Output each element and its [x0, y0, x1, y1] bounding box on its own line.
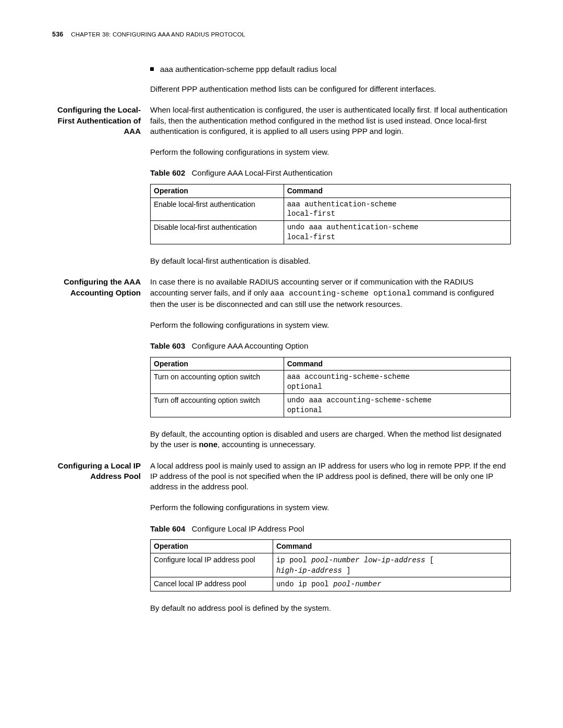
table-row: Turn on accounting option switch aaa acc… — [151, 371, 511, 394]
bullet-item: aaa authentication-scheme ppp default ra… — [150, 64, 511, 75]
table-label: Table 602 — [150, 168, 185, 177]
para: By default, the accounting option is dis… — [150, 429, 511, 450]
cell-operation: Turn on accounting option switch — [151, 371, 284, 394]
table-row: Turn off accounting option switch undo a… — [151, 394, 511, 417]
th-command: Command — [273, 539, 510, 553]
th-operation: Operation — [151, 357, 284, 371]
table-row: Enable local-first authentication aaa au… — [151, 198, 511, 221]
section-heading: Configuring the Local-First Authenticati… — [52, 105, 141, 137]
section-accounting: Configuring the AAA Accounting Option In… — [52, 277, 511, 460]
section-heading: Configuring the AAA Accounting Option — [52, 277, 141, 298]
th-operation: Operation — [151, 539, 273, 553]
table-row: Configure local IP address pool ip pool … — [151, 553, 511, 577]
table-title: Configure AAA Accounting Option — [192, 341, 308, 350]
cell-command: aaa authentication-scheme local-first — [284, 198, 510, 221]
para: By default local-first authentication is… — [150, 256, 511, 266]
th-command: Command — [284, 184, 510, 198]
intro-para: Different PPP authentication method list… — [150, 84, 511, 94]
table-caption: Table 603 Configure AAA Accounting Optio… — [150, 341, 511, 351]
table-label: Table 604 — [150, 524, 185, 533]
para: A local address pool is mainly used to a… — [150, 461, 511, 492]
section-local-first: Configuring the Local-First Authenticati… — [52, 105, 511, 277]
section-ip-pool: Configuring a Local IP Address Pool A lo… — [52, 461, 511, 614]
intro-body: aaa authentication-scheme ppp default ra… — [150, 64, 511, 105]
cell-command: undo aaa authentication-scheme local-fir… — [284, 221, 510, 244]
cell-command: ip pool pool-number low-ip-address [ hig… — [273, 553, 510, 577]
table-title: Configure Local IP Address Pool — [192, 524, 304, 533]
chapter-title: CHAPTER 38: CONFIGURING AAA AND RADIUS P… — [71, 31, 245, 38]
table-accounting: Operation Command Turn on accounting opt… — [150, 357, 511, 417]
para: By default no address pool is defined by… — [150, 603, 511, 613]
cell-operation: Configure local IP address pool — [151, 553, 273, 577]
section-body: A local address pool is mainly used to a… — [150, 461, 511, 614]
para: Perform the following configurations in … — [150, 320, 511, 330]
table-ip-pool: Operation Command Configure local IP add… — [150, 539, 511, 592]
section-body: When local-first authentication is confi… — [150, 105, 511, 277]
section-heading: Configuring a Local IP Address Pool — [52, 461, 141, 482]
para: Perform the following configurations in … — [150, 502, 511, 513]
table-row: Disable local-first authentication undo … — [151, 221, 511, 244]
th-operation: Operation — [151, 184, 284, 198]
para: In case there is no available RADIUS acc… — [150, 277, 511, 310]
cell-command: aaa accounting-scheme-scheme optional — [284, 371, 510, 394]
inline-code: aaa accounting-scheme optional — [270, 289, 411, 298]
bullet-icon — [150, 67, 154, 71]
intro-block: aaa authentication-scheme ppp default ra… — [52, 64, 511, 105]
table-label: Table 603 — [150, 341, 185, 350]
cell-operation: Enable local-first authentication — [151, 198, 284, 221]
para: When local-first authentication is confi… — [150, 105, 511, 137]
cell-command: undo aaa accounting-scheme-scheme option… — [284, 394, 510, 417]
table-row: Cancel local IP address pool undo ip poo… — [151, 577, 511, 591]
page-number: 536 — [52, 31, 63, 38]
section-body: In case there is no available RADIUS acc… — [150, 277, 511, 460]
cell-operation: Turn off accounting option switch — [151, 394, 284, 417]
cell-operation: Disable local-first authentication — [151, 221, 284, 244]
cell-command: undo ip pool pool-number — [273, 577, 510, 591]
table-title: Configure AAA Local-First Authentication — [192, 168, 333, 177]
cell-operation: Cancel local IP address pool — [151, 577, 273, 591]
running-header: 536 CHAPTER 38: CONFIGURING AAA AND RADI… — [52, 30, 511, 39]
table-local-first: Operation Command Enable local-first aut… — [150, 184, 511, 244]
bold-none: none — [199, 440, 217, 449]
page: 536 CHAPTER 38: CONFIGURING AAA AND RADI… — [0, 0, 563, 635]
table-caption: Table 604 Configure Local IP Address Poo… — [150, 524, 511, 534]
para: Perform the following configurations in … — [150, 147, 511, 157]
bullet-text: aaa authentication-scheme ppp default ra… — [160, 64, 337, 75]
th-command: Command — [284, 357, 510, 371]
table-caption: Table 602 Configure AAA Local-First Auth… — [150, 168, 511, 178]
